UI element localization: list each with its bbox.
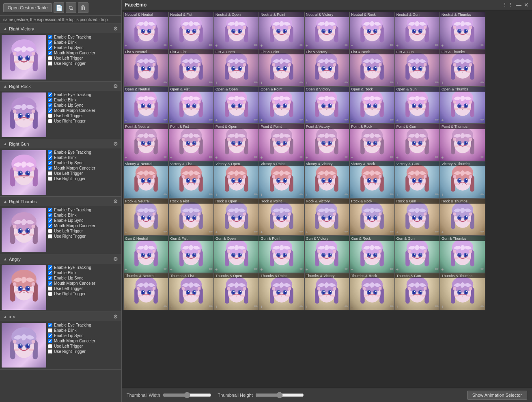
mouth-morph-check-last[interactable]: Mouth Morph Canceler (48, 339, 120, 343)
lip-sync-check-right-victory[interactable]: Enable Lip Sync (48, 45, 120, 50)
cell-add-3-7[interactable]: + (441, 155, 444, 160)
left-trigger-check-right-victory[interactable]: Use Left Trigger (48, 56, 120, 60)
cell-edit-3-4[interactable]: ✏ (345, 155, 348, 160)
grid-cell-7-2[interactable]: Thumbs & Open + ✏ (214, 273, 259, 310)
cell-edit-2-2[interactable]: ✏ (254, 117, 258, 123)
cell-add-6-5[interactable]: + (351, 267, 353, 272)
grid-cell-7-3[interactable]: Thumbs & Point + ✏ (259, 273, 304, 310)
cell-add-4-2[interactable]: + (215, 192, 218, 197)
grid-cell-5-0[interactable]: Rock & Neutral + ✏ (123, 198, 168, 236)
cell-add-3-5[interactable]: + (351, 155, 353, 160)
cell-add-4-7[interactable]: + (441, 192, 444, 197)
eye-tracking-check-right-thumbs[interactable]: Enable Eye Tracking (48, 208, 120, 212)
grid-cell-1-5[interactable]: Fist & Rock + ✏ (349, 49, 394, 86)
cell-add-0-4[interactable]: + (306, 43, 308, 48)
cell-add-6-2[interactable]: + (215, 267, 218, 272)
cell-edit-5-0[interactable]: ✏ (164, 229, 167, 234)
cell-add-2-4[interactable]: + (306, 118, 308, 123)
grid-cell-0-6[interactable]: Neutral & Gun + ✏ (395, 12, 440, 49)
grid-cell-4-5[interactable]: Victory & Rock + ✏ (349, 161, 394, 198)
grid-cell-0-7[interactable]: Neutral & Thumbs + ✏ (440, 12, 485, 49)
gesture-settings-right-victory[interactable]: ⚙ (113, 26, 118, 32)
grid-cell-7-7[interactable]: Thumbs & Thumbs + ✏ (440, 273, 485, 310)
grid-cell-6-0[interactable]: Gun & Neutral + ✏ (123, 236, 168, 273)
cell-edit-7-6[interactable]: ✏ (435, 304, 439, 309)
cell-add-0-7[interactable]: + (441, 43, 444, 48)
cell-edit-6-0[interactable]: ✏ (164, 267, 167, 272)
grid-cell-6-5[interactable]: Gun & Rock + ✏ (349, 236, 394, 273)
cell-add-3-2[interactable]: + (215, 155, 218, 160)
cell-edit-5-4[interactable]: ✏ (345, 229, 348, 234)
cell-edit-6-4[interactable]: ✏ (345, 267, 348, 272)
cell-add-4-3[interactable]: + (260, 192, 263, 197)
mouth-morph-check-right-thumbs[interactable]: Mouth Morph Canceler (48, 224, 120, 228)
grid-cell-4-4[interactable]: Victory & Victory + ✏ (304, 161, 349, 198)
gesture-settings-right-gun[interactable]: ⚙ (113, 141, 118, 147)
show-animation-selector-button[interactable]: Show Animation Selector (467, 391, 527, 400)
right-trigger-check-last[interactable]: Use Right Trigger (48, 349, 120, 354)
grid-cell-3-0[interactable]: Point & Neutral + ✏ (123, 124, 168, 161)
grid-cell-0-3[interactable]: Neutral & Point + ✏ (259, 12, 304, 49)
lip-sync-check-angry[interactable]: Enable Lip Sync (48, 276, 120, 280)
cell-add-6-1[interactable]: + (170, 267, 172, 272)
cell-add-5-4[interactable]: + (306, 230, 308, 234)
cell-edit-2-3[interactable]: ✏ (299, 117, 303, 123)
lip-sync-check-right-rock[interactable]: Enable Lip Sync (48, 103, 120, 107)
cell-edit-0-4[interactable]: ✏ (345, 43, 348, 48)
left-trigger-check-angry[interactable]: Use Left Trigger (48, 286, 120, 291)
thumbnail-width-slider[interactable] (163, 392, 211, 398)
eye-tracking-check-right-victory[interactable]: Enable Eye Tracking (48, 35, 120, 39)
grid-cell-6-2[interactable]: Gun & Open + ✏ (214, 236, 259, 273)
eye-tracking-check-right-rock[interactable]: Enable Eye Tracking (48, 92, 120, 97)
cell-add-6-3[interactable]: + (260, 267, 263, 272)
grid-cell-2-4[interactable]: Open & Victory + ✏ (304, 86, 349, 124)
cell-edit-3-5[interactable]: ✏ (390, 155, 394, 160)
cell-edit-0-2[interactable]: ✏ (254, 43, 258, 48)
cell-edit-3-6[interactable]: ✏ (435, 155, 439, 160)
grid-cell-5-6[interactable]: Rock & Gun + ✏ (395, 198, 440, 236)
cell-add-3-6[interactable]: + (396, 155, 398, 160)
grid-cell-3-1[interactable]: Point & Fist + ✏ (168, 124, 213, 161)
gesture-settings-right-thumbs[interactable]: ⚙ (113, 198, 118, 204)
cell-add-0-2[interactable]: + (215, 43, 218, 48)
mouth-morph-check-angry[interactable]: Mouth Morph Canceler (48, 281, 120, 286)
cell-edit-0-0[interactable]: ✏ (164, 43, 167, 48)
cell-edit-0-7[interactable]: ✏ (480, 43, 484, 48)
grid-cell-3-4[interactable]: Point & Victory + ✏ (304, 124, 349, 161)
cell-edit-5-1[interactable]: ✏ (209, 229, 213, 234)
cell-edit-7-4[interactable]: ✏ (345, 304, 348, 309)
cell-add-3-3[interactable]: + (260, 155, 263, 160)
cell-add-7-2[interactable]: + (215, 304, 218, 309)
cell-add-2-3[interactable]: + (260, 118, 263, 123)
grid-cell-4-7[interactable]: Victory & Thumbs + ✏ (440, 161, 485, 198)
grid-cell-7-6[interactable]: Thumbs & Gun + ✏ (395, 273, 440, 310)
add-icon-button[interactable]: 📄 (54, 2, 64, 13)
mouth-morph-check-right-rock[interactable]: Mouth Morph Canceler (48, 108, 120, 113)
mouth-morph-check-right-victory[interactable]: Mouth Morph Canceler (48, 51, 120, 55)
cell-edit-3-1[interactable]: ✏ (209, 155, 213, 160)
grid-cell-4-1[interactable]: Victory & Fist + ✏ (168, 161, 213, 198)
cell-edit-6-5[interactable]: ✏ (390, 267, 394, 272)
cell-edit-7-1[interactable]: ✏ (209, 304, 213, 309)
cell-add-4-4[interactable]: + (306, 192, 308, 197)
cell-add-1-5[interactable]: + (351, 80, 353, 85)
grid-cell-0-1[interactable]: Neutral & Fist + ✏ (168, 12, 213, 49)
cell-edit-3-7[interactable]: ✏ (480, 155, 484, 160)
cell-edit-2-0[interactable]: ✏ (164, 117, 167, 123)
grid-cell-7-0[interactable]: Thumbs & Neutral + ✏ (123, 273, 168, 310)
grid-cell-5-4[interactable]: Rock & Victory + ✏ (304, 198, 349, 236)
cell-add-5-6[interactable]: + (396, 230, 398, 234)
grid-cell-0-0[interactable]: Neutral & Neutral + ✏ (123, 12, 168, 49)
cell-add-1-6[interactable]: + (396, 80, 398, 85)
cell-add-5-7[interactable]: + (441, 230, 444, 234)
cell-edit-4-5[interactable]: ✏ (390, 192, 394, 197)
cell-edit-4-2[interactable]: ✏ (254, 192, 258, 197)
left-trigger-check-last[interactable]: Use Left Trigger (48, 344, 120, 348)
cell-add-4-0[interactable]: + (125, 192, 127, 197)
cell-add-3-4[interactable]: + (306, 155, 308, 160)
cell-edit-6-1[interactable]: ✏ (209, 267, 213, 272)
right-trigger-check-right-gun[interactable]: Use Right Trigger (48, 176, 120, 181)
cell-add-5-2[interactable]: + (215, 230, 218, 234)
cell-edit-6-7[interactable]: ✏ (480, 267, 484, 272)
cell-add-1-2[interactable]: + (215, 80, 218, 85)
